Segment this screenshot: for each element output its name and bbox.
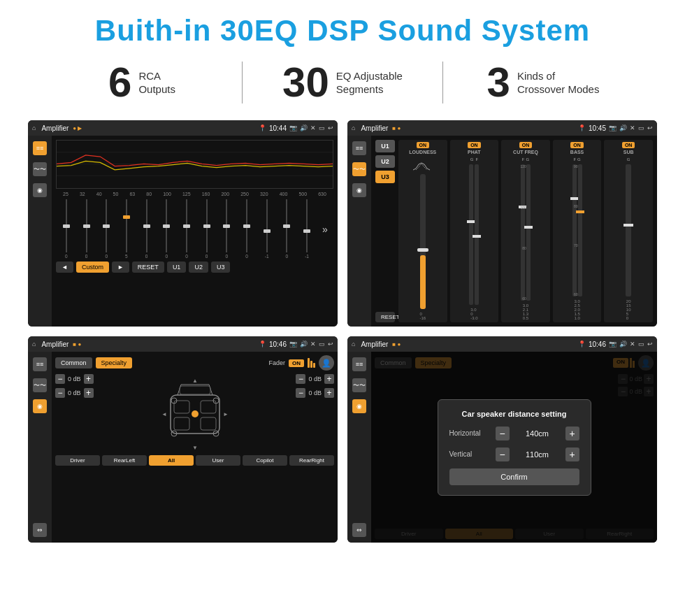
cross-plus-3[interactable]: + bbox=[324, 374, 334, 384]
amp-cutfreq-sliders[interactable]: 120Hz 100Hz 80Hz 60Hz bbox=[521, 164, 531, 301]
cross-spk-icon[interactable]: ◉ bbox=[33, 399, 47, 413]
dlg-location-icon: 📍 bbox=[578, 341, 586, 348]
amp-phat-on[interactable]: ON bbox=[468, 142, 481, 148]
eq-slider-6[interactable]: 0 bbox=[178, 199, 196, 259]
cross-rearRight-btn[interactable]: RearRight bbox=[289, 455, 334, 466]
cross-left-controls: − 0 dB + − 0 dB + bbox=[55, 374, 94, 398]
fader-on-badge[interactable]: ON bbox=[289, 359, 304, 367]
amp-bass-sliders[interactable]: 90Hz 80Hz 70Hz 60Hz bbox=[572, 164, 582, 296]
eq-speaker-icon[interactable]: ◉ bbox=[33, 183, 47, 197]
eq-slider-5[interactable]: 0 bbox=[157, 199, 175, 259]
expand-arrow[interactable]: » bbox=[318, 199, 332, 259]
cross-minus-2[interactable]: − bbox=[55, 388, 65, 398]
cross-home-icon: ⌂ bbox=[32, 341, 36, 348]
cross-minus-1[interactable]: − bbox=[55, 374, 65, 384]
eq-dots: ● ▶ bbox=[73, 125, 82, 131]
eq-u3-btn[interactable]: U3 bbox=[211, 262, 231, 273]
eq-slider-1[interactable]: 0 bbox=[78, 199, 96, 259]
eq-slider-4[interactable]: 0 bbox=[138, 199, 156, 259]
dlg-title: Amplifier bbox=[361, 341, 388, 348]
eq-play-btn[interactable]: ► bbox=[112, 262, 129, 273]
eq-slider-9[interactable]: 0 bbox=[238, 199, 256, 259]
eq-wave-icon[interactable]: 〜〜 bbox=[33, 162, 47, 176]
eq-reset-btn[interactable]: RESET bbox=[132, 262, 164, 273]
cross-plus-4[interactable]: + bbox=[324, 388, 334, 398]
amp-phat-labels: GF bbox=[470, 157, 478, 162]
cross-filter-icon[interactable]: ≡≡ bbox=[33, 357, 47, 371]
cross-speaker-area: − 0 dB + − 0 dB + bbox=[55, 374, 334, 451]
eq-slider-7[interactable]: 0 bbox=[198, 199, 216, 259]
amp-loudness-on[interactable]: ON bbox=[417, 142, 430, 148]
dialog-vertical-plus[interactable]: + bbox=[565, 447, 579, 461]
amp-loudness: ON LOUDNESS bbox=[398, 140, 447, 322]
dialog-horizontal-minus[interactable]: − bbox=[496, 427, 510, 440]
cross-minus-4[interactable]: − bbox=[296, 388, 305, 398]
confirm-button[interactable]: Confirm bbox=[449, 468, 579, 485]
eq-slider-0[interactable]: 0 bbox=[57, 199, 75, 259]
cross-minus-3[interactable]: − bbox=[296, 374, 305, 384]
amp-filter-icon[interactable]: ≡≡ bbox=[352, 141, 366, 155]
amp-cutfreq-on[interactable]: ON bbox=[519, 142, 533, 148]
amp-spk-icon[interactable]: ◉ bbox=[352, 183, 366, 197]
eq-custom-btn[interactable]: Custom bbox=[76, 262, 109, 273]
amp-phat-sliders[interactable] bbox=[469, 164, 479, 305]
amp-sub-on[interactable]: ON bbox=[622, 142, 635, 148]
cross-arrows-icon[interactable]: ⇔ bbox=[33, 523, 47, 537]
cross-db-value-3: 0 dB bbox=[308, 375, 322, 382]
amp-title: Amplifier bbox=[361, 124, 388, 132]
eq-slider-10[interactable]: -1 bbox=[258, 199, 276, 259]
amp-phat-label: PHAT bbox=[468, 150, 481, 155]
amp-u2-btn[interactable]: U2 bbox=[375, 155, 395, 168]
amp-cutfreq-label: CUT FREQ bbox=[513, 150, 538, 155]
cross-car-diagram: ▲ ▼ ◄ ► bbox=[99, 374, 291, 451]
dialog-screen: ⌂ Amplifier ■ ● 📍 10:46 📷 🔊 ✕ ▭ ↩ ≡≡ 〜〜 bbox=[347, 336, 657, 543]
amp-reset-btn[interactable]: RESET bbox=[375, 312, 395, 322]
eq-filter-icon[interactable]: ≡≡ bbox=[33, 141, 47, 155]
home-icon: ⌂ bbox=[32, 124, 36, 131]
amp-sub-slider[interactable] bbox=[626, 164, 631, 296]
dialog-vertical-label: Vertical bbox=[449, 450, 491, 458]
cross-tab-specialty[interactable]: Specialty bbox=[96, 357, 133, 368]
cross-dots: ■ ● bbox=[73, 341, 81, 348]
stat-rca-number: 6 bbox=[108, 62, 131, 103]
eq-slider-8[interactable]: 0 bbox=[218, 199, 236, 259]
dialog-vertical-minus[interactable]: − bbox=[496, 447, 510, 461]
amp-bass-on[interactable]: ON bbox=[570, 142, 584, 148]
dlg-arrows-icon[interactable]: ⇔ bbox=[352, 523, 366, 537]
stat-divider-2 bbox=[442, 62, 443, 103]
eq-prev-btn[interactable]: ◄ bbox=[56, 262, 73, 273]
amp-loudness-slider[interactable] bbox=[420, 174, 426, 309]
eq-slider-2[interactable]: 0 bbox=[97, 199, 115, 259]
amp-u3-btn[interactable]: U3 bbox=[375, 171, 395, 183]
cross-all-btn[interactable]: All bbox=[149, 455, 194, 466]
eq-u2-btn[interactable]: U2 bbox=[189, 262, 208, 273]
cross-wave-icon[interactable]: 〜〜 bbox=[33, 378, 47, 392]
dlg-filter-icon[interactable]: ≡≡ bbox=[352, 357, 366, 371]
cross-rearLeft-btn[interactable]: RearLeft bbox=[102, 455, 147, 466]
eq-content: ≡≡ 〜〜 ◉ bbox=[28, 136, 338, 327]
cross-user-icon[interactable]: 👤 bbox=[319, 355, 334, 371]
cross-copilot-btn[interactable]: Copilot bbox=[243, 455, 287, 466]
cross-plus-1[interactable]: + bbox=[84, 374, 94, 384]
cross-tab-common[interactable]: Common bbox=[55, 357, 92, 368]
amp-loudness-label: LOUDNESS bbox=[409, 150, 436, 155]
cross-plus-2[interactable]: + bbox=[84, 388, 94, 398]
eq-vol-icon: 🔊 bbox=[300, 124, 308, 131]
eq-slider-11[interactable]: 0 bbox=[278, 199, 296, 259]
svg-text:►: ► bbox=[223, 411, 229, 417]
eq-slider-12[interactable]: -1 bbox=[298, 199, 316, 259]
eq-slider-3[interactable]: 5 bbox=[117, 199, 136, 259]
amp-u1-btn[interactable]: U1 bbox=[375, 140, 395, 152]
dlg-back-icon: ↩ bbox=[647, 341, 653, 348]
amp-inner: U1 U2 U3 RESET ON LOUDNES bbox=[375, 140, 653, 322]
dialog-horizontal-plus[interactable]: + bbox=[565, 427, 579, 440]
dlg-spk-icon[interactable]: ◉ bbox=[352, 399, 366, 413]
amp-wave-icon[interactable]: 〜〜 bbox=[352, 162, 366, 176]
eq-u1-btn[interactable]: U1 bbox=[167, 262, 187, 273]
cross-driver-btn[interactable]: Driver bbox=[55, 455, 100, 466]
eq-graph bbox=[56, 140, 333, 189]
cross-user-btn[interactable]: User bbox=[196, 455, 240, 466]
dlg-wave-icon[interactable]: 〜〜 bbox=[352, 378, 366, 392]
amp-main: U1 U2 U3 RESET ON LOUDNES bbox=[371, 136, 657, 327]
amp-cutfreq-scale: 3.02.11.30.5 bbox=[523, 303, 528, 320]
